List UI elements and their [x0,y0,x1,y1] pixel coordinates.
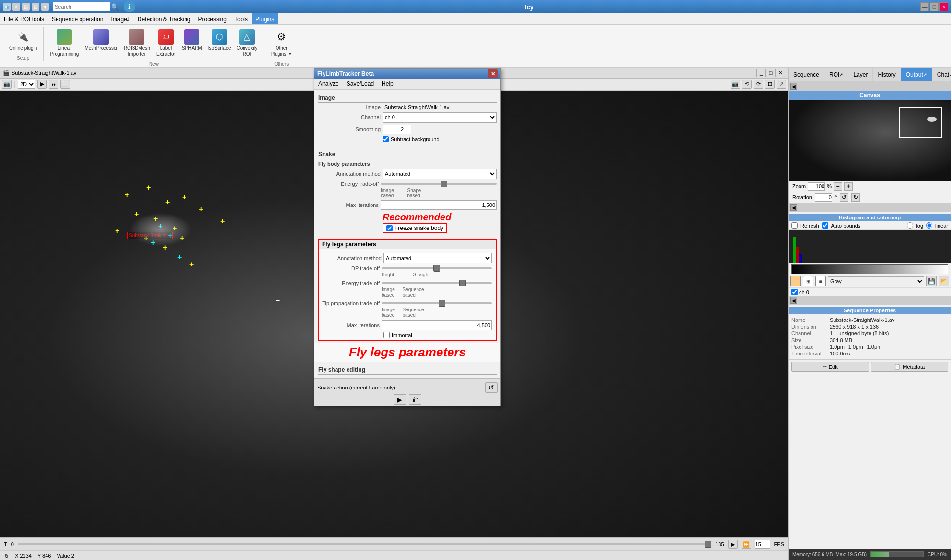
channel-select[interactable]: ch 0 [383,112,497,123]
search-input[interactable] [53,2,110,11]
tracker-menu-bar: Analyze Save/Load Help [314,79,500,90]
tracker-menu-help[interactable]: Help [378,79,397,90]
zoom-minus[interactable]: − [834,182,842,191]
freeze-snake-checkbox[interactable] [386,225,393,231]
viewer-minimize[interactable]: _ [756,69,766,77]
tip-slider[interactable] [382,302,492,304]
cam-icon4[interactable]: ⊞ [765,80,775,89]
search-icon[interactable]: 🔍 [111,3,121,11]
refresh-checkbox[interactable] [791,222,798,229]
menu-plugins[interactable]: Plugins [252,13,278,24]
maximize-button[interactable]: □ [930,2,939,11]
dp-slider[interactable] [382,267,492,269]
play-btn[interactable]: ▶ [37,80,47,89]
edit-btn[interactable]: ✏ Edit [791,362,869,372]
annotation-select[interactable]: Automated [383,169,497,179]
label-extractor-label: LabelExtractor [156,46,175,57]
subtract-bg-checkbox[interactable] [383,136,389,142]
energy-slider[interactable] [381,183,497,185]
zoom-input[interactable] [808,182,825,191]
hist-collapse-btn[interactable]: ◀ [790,204,797,211]
color-btn-3[interactable]: ≡ [815,276,826,286]
minimize-button[interactable]: — [920,2,929,11]
tab-roi[interactable]: ROI ↗ [824,68,848,81]
roi3d-label: ROI3DMeshImporter [124,46,150,57]
fl-max-iter-input[interactable] [382,320,492,330]
tb-icon-apps[interactable]: ⊟ [32,3,39,11]
menu-tools[interactable]: Tools [231,13,252,24]
color-btn-1[interactable] [790,276,801,286]
max-iter-input[interactable] [381,200,497,210]
auto-bounds-checkbox[interactable] [822,222,828,229]
menu-imagej[interactable]: ImageJ [107,13,133,24]
tracker-panel: FlyLimbTracker Beta ✕ Analyze Save/Load … [314,68,501,406]
fly-legs-energy-slider[interactable] [382,282,492,284]
tracker-close[interactable]: ✕ [488,69,498,78]
menu-detection[interactable]: Detection & Tracking [134,13,195,24]
rotation-cw[interactable]: ↻ [851,193,860,202]
roi-btn[interactable]: ⬜ [60,80,70,89]
viewer-maximize[interactable]: □ [766,69,776,77]
cam-icon5[interactable]: ↗ [777,80,786,89]
collapse-btn[interactable]: ◀ [790,83,797,90]
mesh-processor-button[interactable]: MeshProcessor [82,27,120,59]
frame-slider[interactable] [18,543,711,545]
tab-layer[interactable]: Layer [848,68,873,81]
immortal-checkbox[interactable] [383,332,390,338]
linear-radio[interactable] [926,222,932,229]
tb-icon-extra[interactable]: ▼ [41,3,49,11]
mesh-processor-label: MeshProcessor [84,46,117,51]
linear-programming-button[interactable]: LinearProgramming [47,27,81,59]
viewer-cam-btn[interactable]: 📷 [2,80,12,89]
other-plugins-button[interactable]: ⚙ OtherPlugins ▼ [268,27,294,59]
cam-icon2[interactable]: ⟲ [742,80,752,89]
fly-shape-section: Fly shape editing [314,362,500,378]
tab-history[interactable]: History [873,68,901,81]
cam-icon1[interactable]: 📷 [731,80,740,89]
roi3d-button[interactable]: ROI3DMeshImporter [121,27,152,59]
cam-icon3[interactable]: ⟳ [754,80,763,89]
close-button[interactable]: × [939,2,948,11]
seq-collapse-btn[interactable]: ◀ [790,297,797,304]
fly-legs-annotation-select[interactable]: Automated [383,253,492,263]
fps-input[interactable] [755,540,770,549]
rotation-input[interactable] [815,193,832,202]
menu-sequence[interactable]: Sequence operation [48,13,107,24]
tracker-menu-save[interactable]: Save/Load [343,79,378,90]
colormap-select[interactable]: Gray [828,276,924,286]
fl-max-iter-row: Max iterations [319,320,492,330]
view-mode-select[interactable]: 2D3D [18,80,35,89]
metadata-btn[interactable]: 📋 Metadata [871,362,949,372]
spharm-button[interactable]: SPHARM [179,27,205,59]
online-plugin-button[interactable]: 🔌 Online plugin [7,27,39,54]
save-colormap-btn[interactable]: 💾 [926,276,937,286]
tb-icon-grid[interactable]: ⊞ [22,3,30,11]
smoothing-input[interactable] [383,125,411,134]
tb-icon-x[interactable]: ✕ [12,3,20,11]
convexify-button[interactable]: △ ConvexifyROI [234,27,260,59]
play-snake-btn[interactable]: ▶ [394,394,406,405]
isosurface-button[interactable]: ⬡ IsoSurface [206,27,233,59]
log-radio[interactable] [907,222,913,229]
load-colormap-btn[interactable]: 📂 [939,276,949,286]
play-icon[interactable]: ▶ [728,540,738,549]
tracker-menu-analyze[interactable]: Analyze [314,79,343,90]
seq-name-key: Name [791,317,830,323]
rotation-ccw[interactable]: ↺ [840,193,848,202]
memory-text: Memory: 656.6 MB (Max: 19.5 GB) [792,552,867,557]
step-btn[interactable]: ⏭ [49,80,58,89]
tab-chat[interactable]: Chat ↗ [932,68,951,81]
menu-file[interactable]: File & ROI tools [0,13,48,24]
reset-icon[interactable]: ↺ [485,382,498,393]
menu-processing[interactable]: Processing [195,13,231,24]
viewer-close[interactable]: ✕ [776,69,785,77]
color-btn-2[interactable]: ⊞ [803,276,813,286]
zoom-plus[interactable]: + [844,182,853,191]
canvas-area[interactable] [789,100,951,181]
tab-sequence[interactable]: Sequence [789,68,824,81]
label-extractor-button[interactable]: 🏷 LabelExtractor [153,27,178,59]
fast-forward-icon[interactable]: ⏩ [742,540,751,549]
delete-snake-btn[interactable]: 🗑 [409,394,421,405]
tab-output[interactable]: Output ↗ [901,68,932,81]
ch0-checkbox[interactable] [791,289,798,295]
